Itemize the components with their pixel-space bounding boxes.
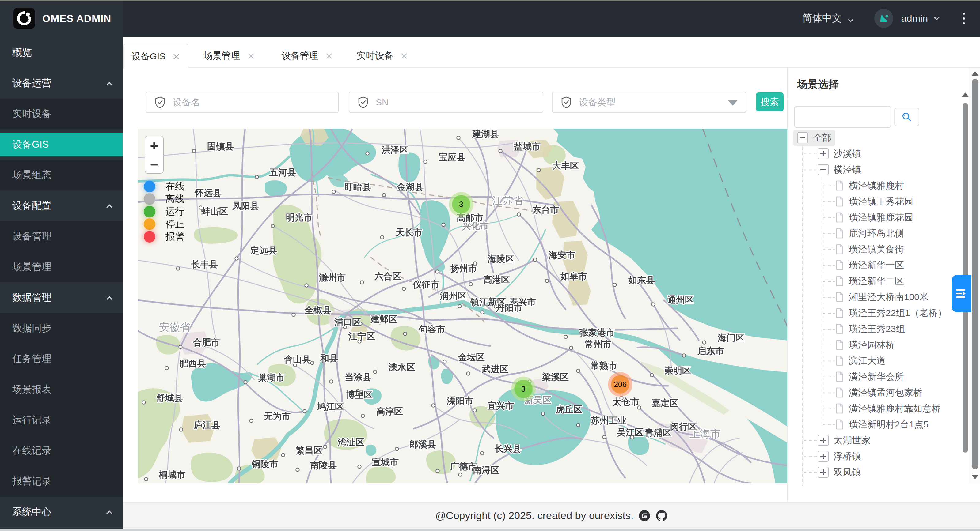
tab-close-icon[interactable] (325, 52, 333, 60)
tree-node[interactable]: 湘里泾大桥南100米 (835, 289, 929, 305)
scroll-up-arrow-icon[interactable] (972, 71, 978, 76)
tree-node[interactable]: 璜泾新华二区 (835, 273, 904, 289)
sidebar-item-7[interactable]: 场景管理 (0, 252, 123, 282)
language-switcher[interactable]: 简体中文 (803, 12, 854, 25)
tree-node[interactable]: 潢泾新华会所 (835, 369, 904, 385)
github-icon[interactable] (655, 510, 668, 522)
device-type-select[interactable]: 设备类型 (552, 92, 746, 113)
tree-node[interactable]: 璜泾王秀22组1（老桥） (835, 305, 947, 321)
tab-2[interactable]: 设备管理 (270, 44, 345, 68)
tree-expand-icon[interactable] (818, 451, 829, 462)
search-button[interactable]: 搜索 (756, 92, 784, 111)
scroll-up-arrow-icon[interactable] (962, 92, 969, 97)
zoom-out-button[interactable]: − (145, 155, 163, 174)
sidebar-item-10[interactable]: 任务管理 (0, 344, 123, 374)
tree-node-label[interactable]: 鹿河环岛北侧 (849, 227, 904, 240)
scroll-down-arrow-icon[interactable] (972, 475, 978, 479)
tree-node[interactable]: 沙溪镇 (818, 146, 861, 162)
zoom-in-button[interactable]: + (145, 136, 163, 155)
tree-node[interactable]: 太湖世家 (818, 433, 870, 448)
tree-node-label[interactable]: 潢泾新华会所 (849, 371, 904, 383)
tree-node[interactable]: 横泾镇 (818, 162, 861, 178)
tree-node[interactable]: 全部 (793, 130, 835, 146)
tree-node-label[interactable]: 沙溪镇 (834, 147, 861, 160)
sidebar-item-9[interactable]: 数据同步 (0, 313, 123, 344)
tree-expand-icon[interactable] (818, 467, 829, 478)
tree-node[interactable]: 璜泾镇王秀花园 (835, 193, 913, 209)
sidebar-item-11[interactable]: 场景报表 (0, 374, 123, 405)
tree-node[interactable]: 璜泾园林桥 (835, 337, 895, 353)
sidebar-item-6[interactable]: 设备管理 (0, 221, 123, 252)
tree-node-label[interactable]: 全部 (813, 132, 831, 144)
gitee-icon[interactable] (638, 510, 651, 522)
tree-node[interactable]: 浮桥镇 (818, 448, 861, 464)
tree-node-label[interactable]: 潢泾镇雅鹿村靠如意桥 (849, 403, 941, 415)
tree-node-label[interactable]: 浮桥镇 (834, 450, 861, 463)
tree-collapse-icon[interactable] (797, 132, 808, 143)
tree-node-label[interactable]: 太湖世家 (834, 434, 870, 447)
tree-node-label[interactable]: 横泾镇 (834, 163, 861, 176)
tree-node-label[interactable]: 滨江大道 (849, 355, 886, 367)
cluster-marker-1[interactable]: 3 (511, 377, 536, 401)
tree-node-label[interactable]: 璜泾新明村2台1点5 (849, 418, 929, 431)
tree-node-label[interactable]: 横泾镇雅鹿村 (849, 179, 904, 192)
tree-node-label[interactable]: 潢泾镇孟河包家桥 (849, 387, 923, 399)
tab-close-icon[interactable] (400, 52, 408, 60)
tree-node-label[interactable]: 湘里泾大桥南100米 (849, 291, 929, 303)
sidebar-item-15[interactable]: 系统中心 (0, 497, 123, 527)
tree-node[interactable]: 双凤镇 (818, 464, 861, 480)
scrollbar-thumb[interactable] (972, 79, 978, 469)
tab-3[interactable]: 实时设备 (345, 44, 420, 68)
tree-node[interactable]: 潢泾镇雅鹿村靠如意桥 (835, 401, 941, 417)
map-label: 武进区 (481, 364, 508, 374)
tab-close-icon[interactable] (172, 52, 180, 60)
sidebar-item-3[interactable]: 设备GIS (0, 129, 123, 160)
tree-node-label[interactable]: 璜泾新华一区 (849, 259, 904, 272)
panel-collapse-button[interactable] (951, 275, 971, 312)
sidebar-item-8[interactable]: 数据管理 (0, 282, 123, 313)
sidebar-item-13[interactable]: 在线记录 (0, 436, 123, 466)
horizontal-scrollbar[interactable] (0, 529, 980, 531)
sidebar-item-5[interactable]: 设备配置 (0, 190, 123, 221)
tree-node-label[interactable]: 璜泾王秀23组 (849, 323, 905, 335)
tree-node[interactable]: 璜泾新明村2台1点5 (835, 417, 929, 433)
user-menu[interactable]: admin (901, 13, 928, 24)
tree-node-label[interactable]: 璜泾园林桥 (849, 339, 895, 351)
tree-node[interactable]: 璜泾镇雅鹿花园 (835, 209, 913, 225)
tree-node[interactable]: 璜泾镇美食街 (835, 241, 904, 257)
avatar[interactable] (874, 9, 893, 28)
cluster-marker-2[interactable]: 206 (608, 372, 633, 396)
tree-node[interactable]: 潢泾镇孟河包家桥 (835, 385, 923, 401)
tree-node[interactable]: 璜泾王秀23组 (835, 321, 905, 337)
sidebar-item-12[interactable]: 运行记录 (0, 405, 123, 436)
sidebar-item-0[interactable]: 概览 (0, 37, 123, 68)
scene-search-button[interactable] (894, 108, 920, 126)
tab-1[interactable]: 场景管理 (188, 44, 270, 68)
sidebar-item-2[interactable]: 实时设备 (0, 98, 123, 129)
tree-node[interactable]: 鹿河环岛北侧 (835, 225, 904, 241)
tree-node-label[interactable]: 璜泾镇雅鹿花园 (849, 211, 913, 224)
sn-input[interactable]: SN (349, 92, 543, 113)
tree-node-label[interactable]: 双凤镇 (834, 466, 861, 479)
map-label: 怀远县 (194, 188, 221, 198)
tree-node[interactable]: 滨江大道 (835, 353, 886, 369)
kebab-menu-icon[interactable] (960, 13, 968, 24)
device-name-input[interactable]: 设备名 (146, 92, 339, 113)
sidebar-item-14[interactable]: 报警记录 (0, 466, 123, 497)
tree-node-label[interactable]: 璜泾新华二区 (849, 275, 904, 288)
gis-map[interactable]: 江苏省安徽省上海市兴化市新吴区固镇县五河县怀远县蚌山区凤阳县明光市定远县长丰县滁… (138, 128, 788, 483)
tree-node-label[interactable]: 璜泾镇美食街 (849, 243, 904, 256)
tab-close-icon[interactable] (247, 52, 255, 60)
tree-node-label[interactable]: 璜泾王秀22组1（老桥） (849, 307, 947, 319)
tree-expand-icon[interactable] (818, 148, 829, 159)
tree-node[interactable]: 横泾镇雅鹿村 (835, 178, 904, 193)
sidebar-item-4[interactable]: 场景组态 (0, 160, 123, 190)
tree-node-label[interactable]: 璜泾镇王秀花园 (849, 195, 913, 208)
sidebar-item-1[interactable]: 设备运营 (0, 68, 123, 98)
scene-search-input[interactable] (794, 106, 891, 128)
tree-collapse-icon[interactable] (818, 164, 829, 175)
cluster-marker-0[interactable]: 3 (449, 192, 474, 217)
tree-expand-icon[interactable] (818, 435, 829, 446)
tree-node[interactable]: 璜泾新华一区 (835, 257, 904, 273)
tab-0[interactable]: 设备GIS (123, 44, 188, 68)
